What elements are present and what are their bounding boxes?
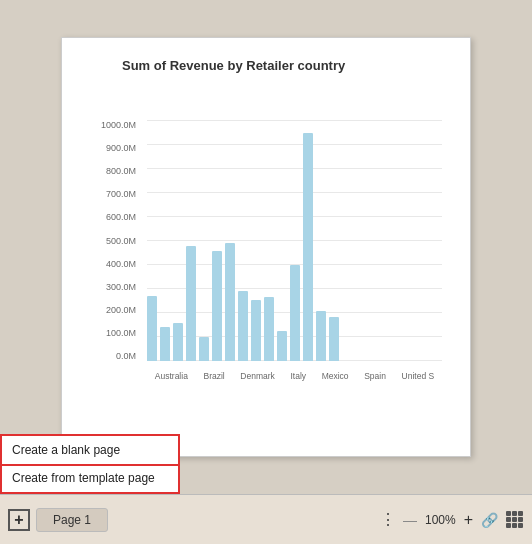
bar-us-4 bbox=[329, 317, 339, 361]
chart-area: 0.0M 100.0M 200.0M 300.0M 400.0M 500.0M … bbox=[92, 81, 442, 381]
bar-spain-1 bbox=[264, 297, 274, 361]
bar-group-brazil-2 bbox=[173, 323, 183, 361]
bar-australia bbox=[147, 296, 157, 361]
bar-us-1 bbox=[290, 265, 300, 361]
zoom-in-button[interactable]: + bbox=[464, 511, 473, 529]
grid-cell-5 bbox=[512, 517, 517, 522]
y-label-0: 0.0M bbox=[92, 352, 136, 361]
y-label-7: 700.0M bbox=[92, 190, 136, 199]
bar-group-spain-1 bbox=[264, 297, 274, 361]
bar-group-us-2 bbox=[303, 133, 313, 361]
zoom-level: 100% bbox=[425, 513, 456, 527]
bar-group-mexico-2 bbox=[251, 300, 261, 361]
grid-cell-3 bbox=[518, 511, 523, 516]
x-axis: Australia Brazil Denmark Italy Mexico Sp… bbox=[147, 371, 442, 381]
tab-page-1[interactable]: Page 1 bbox=[36, 508, 108, 532]
bar-mexico-1 bbox=[238, 291, 248, 361]
add-page-button[interactable]: + bbox=[8, 509, 30, 531]
bar-italy-1 bbox=[212, 251, 222, 361]
y-label-6: 600.0M bbox=[92, 213, 136, 222]
bar-group-spain-2 bbox=[277, 331, 287, 361]
bar-group-denmark-1 bbox=[186, 246, 196, 361]
bar-brazil-2 bbox=[173, 323, 183, 361]
x-label-italy: Italy bbox=[290, 371, 306, 381]
grid-cell-4 bbox=[506, 517, 511, 522]
bar-group-us-3 bbox=[316, 311, 326, 361]
grid-cell-1 bbox=[506, 511, 511, 516]
context-menu-item-blank-page[interactable]: Create a blank page bbox=[0, 434, 180, 466]
tab-minus[interactable]: — bbox=[403, 512, 417, 528]
chart-title: Sum of Revenue by Retailer country bbox=[122, 58, 450, 73]
tab-more-button[interactable]: ⋮ bbox=[380, 510, 395, 529]
y-label-3: 300.0M bbox=[92, 283, 136, 292]
bar-group-australia bbox=[147, 296, 157, 361]
bar-group-italy-1 bbox=[212, 251, 222, 361]
bar-mexico-2 bbox=[251, 300, 261, 361]
bar-us-3 bbox=[316, 311, 326, 361]
y-axis: 0.0M 100.0M 200.0M 300.0M 400.0M 500.0M … bbox=[92, 121, 142, 361]
y-label-9: 900.0M bbox=[92, 144, 136, 153]
x-label-brazil: Brazil bbox=[203, 371, 224, 381]
bar-denmark-1 bbox=[186, 246, 196, 361]
x-label-australia: Australia bbox=[155, 371, 188, 381]
context-menu: Create a blank page Create from template… bbox=[0, 434, 180, 494]
y-label-10: 1000.0M bbox=[92, 121, 136, 130]
main-canvas-area: Sum of Revenue by Retailer country 0.0M … bbox=[0, 0, 532, 494]
context-menu-item-template-page[interactable]: Create from template page bbox=[2, 464, 178, 492]
bar-group-brazil-1 bbox=[160, 327, 170, 361]
grid-cell-7 bbox=[506, 523, 511, 528]
bar-us-2 bbox=[303, 133, 313, 361]
link-icon[interactable]: 🔗 bbox=[481, 512, 498, 528]
y-label-8: 800.0M bbox=[92, 167, 136, 176]
bar-spain-2 bbox=[277, 331, 287, 361]
grid-view-button[interactable] bbox=[506, 511, 524, 529]
bar-italy-2 bbox=[225, 243, 235, 361]
bar-group-mexico-1 bbox=[238, 291, 248, 361]
grid-cell-9 bbox=[518, 523, 523, 528]
x-label-us: United S bbox=[402, 371, 435, 381]
bar-denmark-2 bbox=[199, 337, 209, 361]
y-label-1: 100.0M bbox=[92, 329, 136, 338]
y-label-5: 500.0M bbox=[92, 237, 136, 246]
x-label-spain: Spain bbox=[364, 371, 386, 381]
x-label-denmark: Denmark bbox=[240, 371, 274, 381]
bar-group-us-1 bbox=[290, 265, 300, 361]
y-label-4: 400.0M bbox=[92, 260, 136, 269]
bar-group-us-4 bbox=[329, 317, 339, 361]
tab-right-actions: ⋮ — 100% + 🔗 bbox=[380, 510, 524, 529]
x-label-mexico: Mexico bbox=[322, 371, 349, 381]
page-canvas: Sum of Revenue by Retailer country 0.0M … bbox=[61, 37, 471, 457]
tab-bar: + Page 1 ⋮ — 100% + 🔗 bbox=[0, 494, 532, 544]
grid-cell-6 bbox=[518, 517, 523, 522]
y-label-2: 200.0M bbox=[92, 306, 136, 315]
bar-group-italy-2 bbox=[225, 243, 235, 361]
grid-cell-8 bbox=[512, 523, 517, 528]
bars-container bbox=[147, 121, 442, 361]
grid-cell-2 bbox=[512, 511, 517, 516]
bar-group-denmark-2 bbox=[199, 337, 209, 361]
bar-brazil-1 bbox=[160, 327, 170, 361]
